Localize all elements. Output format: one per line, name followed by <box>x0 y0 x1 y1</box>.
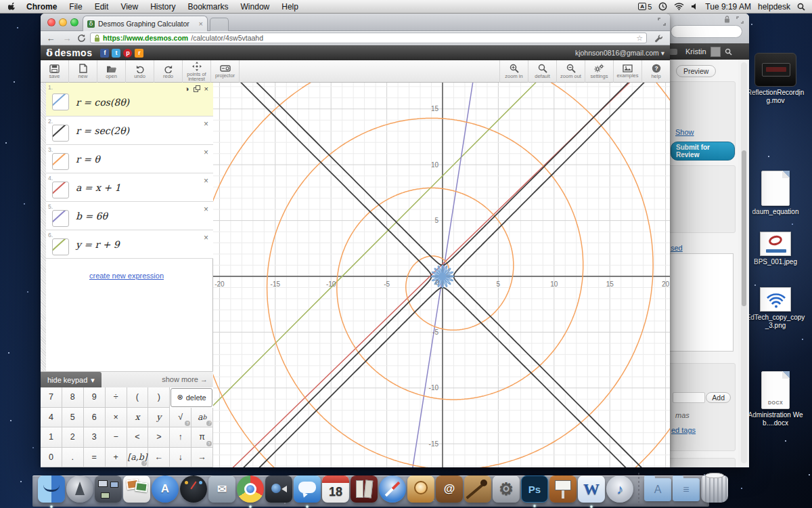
key-4[interactable]: 4 <box>41 408 62 428</box>
text-box[interactable] <box>669 253 734 352</box>
menu-history[interactable]: History <box>150 2 175 12</box>
avatar[interactable] <box>710 47 721 57</box>
submit-for-review-button[interactable]: Submit for Review <box>671 142 735 161</box>
dock-app-store-icon[interactable]: A <box>152 475 179 503</box>
volume-icon[interactable] <box>691 3 698 10</box>
key-equals[interactable]: = <box>84 448 106 468</box>
delete-expression-icon[interactable]: × <box>204 119 208 129</box>
dock-facetime-icon[interactable] <box>265 475 292 503</box>
key-minus[interactable]: − <box>106 427 127 448</box>
bookmark-star-icon[interactable]: ☆ <box>636 34 643 43</box>
expression-latex[interactable]: b = 6θ <box>76 211 108 221</box>
background-browser-window[interactable]: Kristin Preview Show Submit for Review s… <box>665 14 749 467</box>
dock-photoshop-icon[interactable]: Ps <box>521 475 548 503</box>
expression-row-4[interactable]: 4. a = x + 1 × <box>46 173 213 202</box>
pinterest-icon[interactable]: p <box>123 49 132 58</box>
apple-menu-icon[interactable] <box>8 2 17 11</box>
desktop-icon-reflectionrecording[interactable]: ReflectionRecording.mov <box>744 53 807 105</box>
menu-bookmarks[interactable]: Bookmarks <box>188 2 229 12</box>
key-2[interactable]: 2 <box>62 427 84 448</box>
key-divide[interactable]: ÷ <box>106 387 127 408</box>
key-6[interactable]: 6 <box>84 408 106 428</box>
expression-latex[interactable]: a = x + 1 <box>76 182 120 193</box>
delete-expression-icon[interactable]: × <box>204 176 208 186</box>
chrome-menu-button[interactable] <box>651 33 666 43</box>
graph-area[interactable]: -20-15-10-5510152015105-5-10-150 <box>213 83 670 467</box>
delete-expression-icon[interactable]: × <box>204 233 208 242</box>
expression-latex[interactable]: r = cos(8θ) <box>76 97 129 108</box>
key-pi[interactable]: π? <box>191 427 213 448</box>
key-power[interactable]: ab? <box>191 408 213 428</box>
key-multiply[interactable]: × <box>106 408 127 428</box>
account-menu[interactable]: kjohnson0816@gmail.com ▾ <box>575 49 664 57</box>
dock-applications-folder-icon[interactable]: A <box>644 478 671 501</box>
zoom-window-button[interactable] <box>70 18 78 26</box>
new-button[interactable]: new <box>69 60 97 83</box>
key-3[interactable]: 3 <box>84 427 106 448</box>
menu-edit[interactable]: Edit <box>95 2 109 12</box>
fullscreen-icon[interactable] <box>658 18 666 26</box>
delete-expression-icon[interactable]: × <box>204 205 208 214</box>
delete-expression-icon[interactable]: × <box>204 85 208 93</box>
delete-expression-icon[interactable]: × <box>204 148 208 157</box>
expression-row-5[interactable]: 5. b = 6θ × <box>46 202 213 230</box>
desmos-logo[interactable]: δdesmos <box>46 47 92 59</box>
spotlight-icon[interactable] <box>797 3 805 11</box>
expression-row-3[interactable]: 3. r = θ × <box>46 145 213 173</box>
dock-calendar-icon[interactable]: 18 <box>322 475 349 503</box>
key-interval[interactable]: [a,b]? <box>127 448 149 468</box>
desktop-icon-bps-jpeg[interactable]: BPS_001.jpeg <box>744 232 807 266</box>
dock-mission-control-icon[interactable] <box>95 475 122 503</box>
key-arrow-left[interactable]: ← <box>148 448 170 468</box>
reload-button[interactable] <box>77 34 86 43</box>
undo-button[interactable]: undo <box>126 60 154 83</box>
settings-button[interactable]: settings <box>585 60 613 83</box>
browser-tab[interactable]: δ Desmos Graphing Calculator × <box>83 16 208 31</box>
curve-color-swatch[interactable] <box>52 93 69 110</box>
graph-canvas[interactable]: -20-15-10-5510152015105-5-10-150 <box>213 83 670 467</box>
dock-itunes-icon[interactable]: ♪ <box>606 475 633 503</box>
wifi-icon[interactable] <box>674 3 684 10</box>
close-window-button[interactable] <box>47 18 55 26</box>
points-of-interest-button[interactable]: points of interest <box>183 60 211 83</box>
rss-icon[interactable]: r <box>135 49 143 58</box>
dock-photos-icon[interactable] <box>123 475 150 503</box>
minimize-window-button[interactable] <box>59 18 67 26</box>
dock-documents-folder-icon[interactable]: ≡ <box>673 478 700 501</box>
admin-search-icon[interactable] <box>725 48 732 56</box>
key-plus[interactable]: + <box>106 448 127 468</box>
dock-word-icon[interactable]: W <box>578 475 605 503</box>
zoom-in-button[interactable]: zoom in <box>499 60 528 83</box>
key-x[interactable]: x <box>127 408 149 428</box>
help-button[interactable]: ? help <box>641 60 670 83</box>
key-7[interactable]: 7 <box>41 387 62 408</box>
dock-safari-icon[interactable] <box>379 475 406 503</box>
duplicate-icon[interactable] <box>194 85 200 92</box>
back-scrollbar[interactable] <box>741 62 747 463</box>
desktop-icon-daum-equation[interactable]: daum_equation <box>744 171 807 216</box>
expression-row-2[interactable]: 2. r = sec(2θ) × <box>46 117 213 145</box>
key-1[interactable]: 1 <box>41 427 62 448</box>
omnibox[interactable]: https://www.desmos.com/calculator/4sw5vt… <box>90 33 647 43</box>
back-button[interactable]: ← <box>45 33 57 43</box>
hide-keypad-button[interactable]: hide keypad▾ <box>41 372 102 388</box>
dock-address-book-icon[interactable]: @ <box>436 475 463 503</box>
admin-user[interactable]: Kristin <box>685 47 706 56</box>
curve-color-swatch[interactable] <box>52 182 69 198</box>
key-arrow-up[interactable]: ↑ <box>170 427 191 448</box>
show-link[interactable]: Show <box>675 128 694 136</box>
open-button[interactable]: open <box>97 60 126 83</box>
save-button[interactable]: save <box>41 60 69 83</box>
curve-color-swatch[interactable] <box>52 210 69 227</box>
tags-link[interactable]: ed tags <box>671 426 696 434</box>
desktop-icon-edtech-png[interactable]: EdTech_copy_copy_3.png <box>744 287 807 330</box>
menu-user[interactable]: helpdesk <box>758 2 790 12</box>
expression-latex[interactable]: r = θ <box>76 154 100 165</box>
dock-mail-icon[interactable]: ✉ <box>208 475 235 503</box>
projector-button[interactable]: projector <box>211 60 240 83</box>
new-tab-button[interactable] <box>210 18 229 31</box>
zoom-default-button[interactable]: default <box>528 60 556 83</box>
key-greater-than[interactable]: > <box>148 427 170 448</box>
expression-row-1[interactable]: 1. r = cos(8θ) ◑ × <box>46 83 213 117</box>
dock-dashboard-icon[interactable] <box>180 475 207 503</box>
